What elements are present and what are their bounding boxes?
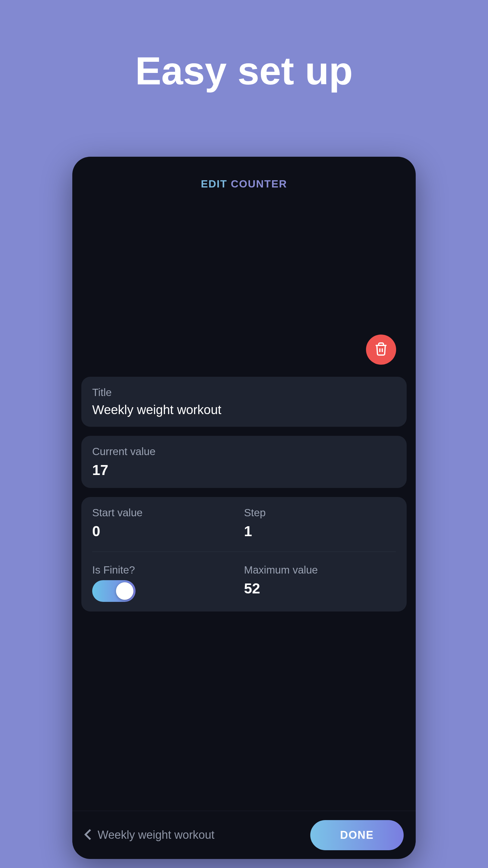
app-title: EDIT COUNTER <box>72 178 416 190</box>
current-value-card[interactable]: Current value 17 <box>82 436 407 488</box>
settings-card: Start value 0 Step 1 Is Finite? <box>82 497 407 612</box>
maximum-value: 52 <box>244 580 396 597</box>
finite-max-row: Is Finite? Maximum value 52 <box>92 564 396 602</box>
app-header: EDIT COUNTER <box>72 157 416 199</box>
app-title-counter: COUNTER <box>231 178 287 190</box>
content-area: Title Weekly weight workout Current valu… <box>72 199 416 811</box>
step-field[interactable]: Step 1 <box>244 507 396 539</box>
bottom-bar: Weekly weight workout DONE <box>72 811 416 859</box>
step-label: Step <box>244 507 396 519</box>
title-label: Title <box>92 386 396 398</box>
is-finite-toggle[interactable] <box>92 580 135 602</box>
page-heading: Easy set up <box>0 0 488 93</box>
is-finite-field: Is Finite? <box>92 564 244 602</box>
maximum-value-label: Maximum value <box>244 564 396 576</box>
step-value: 1 <box>244 523 396 539</box>
back-text: Weekly weight workout <box>98 829 215 841</box>
title-value: Weekly weight workout <box>92 403 396 417</box>
trash-row <box>82 335 407 365</box>
start-value: 0 <box>92 523 244 539</box>
is-finite-label: Is Finite? <box>92 564 244 576</box>
app-title-edit: EDIT <box>201 178 227 190</box>
chevron-left-icon <box>84 829 92 842</box>
maximum-value-field[interactable]: Maximum value 52 <box>244 564 396 602</box>
phone-frame: EDIT COUNTER Title Weekly weight workout… <box>72 157 416 859</box>
back-button[interactable]: Weekly weight workout <box>84 829 215 842</box>
divider <box>92 552 396 552</box>
current-value: 17 <box>92 462 396 478</box>
toggle-knob <box>116 582 133 600</box>
title-card[interactable]: Title Weekly weight workout <box>82 377 407 427</box>
delete-button[interactable] <box>366 335 396 365</box>
done-button[interactable]: DONE <box>310 820 404 850</box>
start-value-label: Start value <box>92 507 244 519</box>
done-label: DONE <box>340 829 374 841</box>
current-value-label: Current value <box>92 445 396 458</box>
start-step-row: Start value 0 Step 1 <box>92 507 396 539</box>
start-value-field[interactable]: Start value 0 <box>92 507 244 539</box>
trash-icon <box>374 342 388 358</box>
